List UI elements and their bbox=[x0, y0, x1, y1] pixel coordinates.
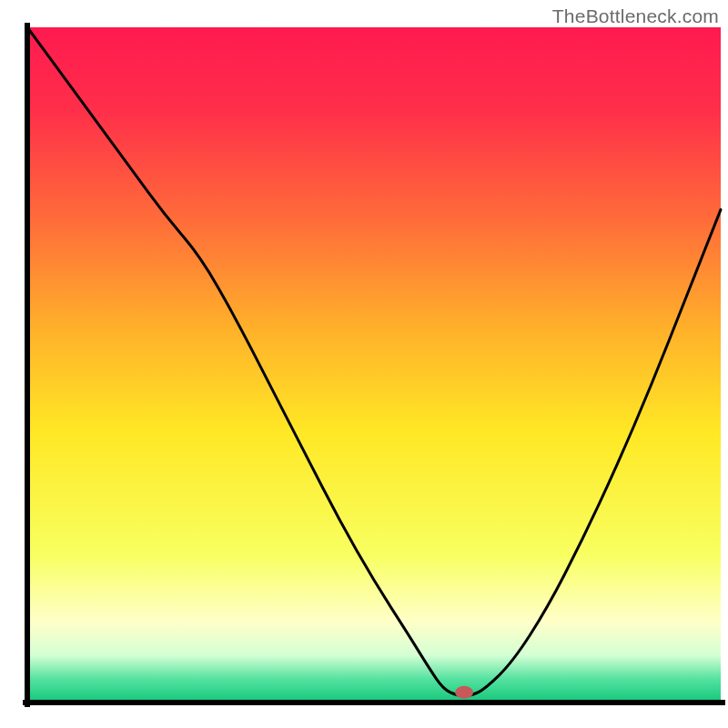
bottleneck-plot bbox=[0, 0, 728, 728]
gradient-background bbox=[27, 27, 721, 703]
watermark-label: TheBottleneck.com bbox=[552, 5, 719, 27]
chart-frame: TheBottleneck.com bbox=[0, 0, 728, 728]
optimal-point-marker bbox=[455, 686, 473, 699]
